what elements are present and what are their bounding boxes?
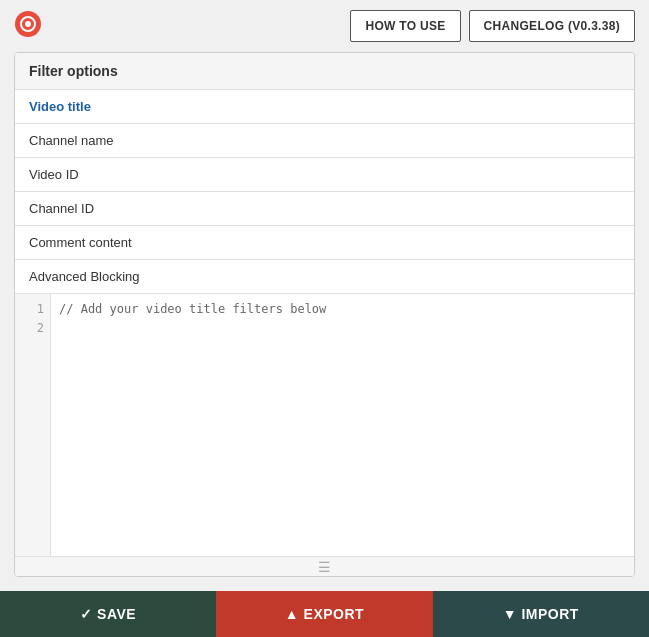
filter-item-comment-content[interactable]: Comment content — [15, 226, 634, 260]
header: HOW TO USE CHANGELOG (V0.3.38) — [0, 0, 649, 52]
filter-list: Video title Channel name Video ID Channe… — [15, 90, 634, 294]
filter-panel: Filter options Video title Channel name … — [14, 52, 635, 577]
import-button[interactable]: ▼ IMPORT — [433, 591, 649, 637]
textarea-container: 1 2 // Add your video title filters belo… — [15, 294, 634, 576]
save-button[interactable]: ✓ SAVE — [0, 591, 216, 637]
resize-icon: ☰ — [318, 560, 331, 574]
main-content: Filter options Video title Channel name … — [0, 52, 649, 591]
filter-item-advanced-blocking[interactable]: Advanced Blocking — [15, 260, 634, 294]
filter-panel-title: Filter options — [15, 53, 634, 90]
line-number-1: 1 — [37, 300, 44, 319]
filter-item-video-id[interactable]: Video ID — [15, 158, 634, 192]
filter-item-channel-id[interactable]: Channel ID — [15, 192, 634, 226]
filter-textarea[interactable]: // Add your video title filters below — [51, 294, 634, 556]
changelog-button[interactable]: CHANGELOG (V0.3.38) — [469, 10, 635, 42]
textarea-resize-handle[interactable]: ☰ — [15, 556, 634, 576]
line-number-2: 2 — [37, 319, 44, 338]
app-logo — [14, 10, 42, 42]
how-to-use-button[interactable]: HOW TO USE — [350, 10, 460, 42]
filter-item-video-title[interactable]: Video title — [15, 90, 634, 124]
export-button[interactable]: ▲ EXPORT — [216, 591, 432, 637]
svg-point-2 — [25, 21, 31, 27]
filter-item-channel-name[interactable]: Channel name — [15, 124, 634, 158]
footer: ✓ SAVE ▲ EXPORT ▼ IMPORT — [0, 591, 649, 637]
line-numbers: 1 2 — [15, 294, 51, 556]
